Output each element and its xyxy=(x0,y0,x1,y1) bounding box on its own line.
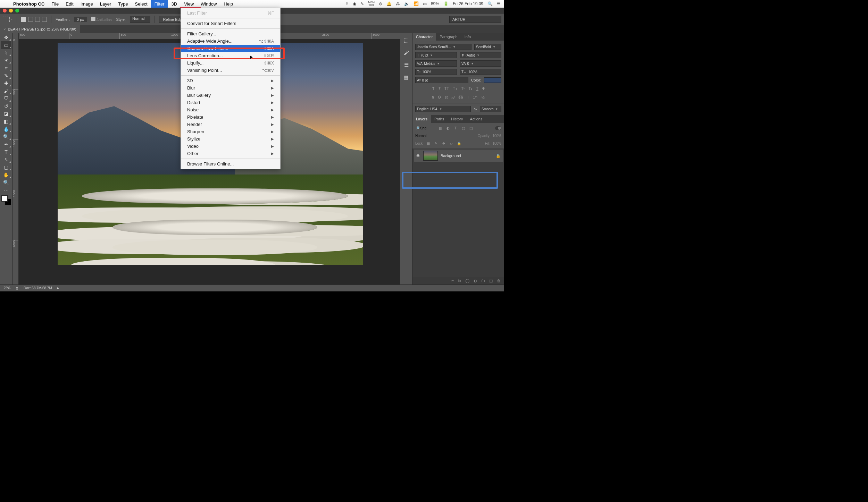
app-name[interactable]: Photoshop CC xyxy=(10,1,48,7)
submenu-3d[interactable]: 3D▶ xyxy=(181,77,280,84)
move-tool[interactable]: ✥ xyxy=(1,34,11,41)
battery-percent[interactable]: 89% xyxy=(431,1,439,6)
zoom-tool[interactable]: 🔍 xyxy=(1,179,11,186)
close-window-icon[interactable] xyxy=(3,9,7,12)
submenu-blur[interactable]: Blur▶ xyxy=(181,84,280,92)
underline-icon[interactable]: T xyxy=(476,86,478,91)
baseline-field[interactable]: Aª 0 pt xyxy=(415,77,468,83)
submenu-pixelate[interactable]: Pixelate▶ xyxy=(181,113,280,121)
tab-layers[interactable]: Layers xyxy=(412,115,431,123)
style-select[interactable]: Normal xyxy=(130,16,150,23)
stamp-tool[interactable]: ⛉ xyxy=(1,95,11,102)
gradient-tool[interactable]: ◧ xyxy=(1,118,11,125)
menu-edit[interactable]: Edit xyxy=(62,0,77,8)
selection-add-icon[interactable] xyxy=(28,17,33,22)
filter-smart-icon[interactable]: ◫ xyxy=(468,126,474,130)
filter-pixel-icon[interactable]: ▦ xyxy=(437,126,443,130)
superscript-icon[interactable]: T¹ xyxy=(461,86,465,91)
smallcaps-icon[interactable]: Tᴛ xyxy=(453,86,457,91)
cc-icon[interactable]: ◉ xyxy=(353,1,356,6)
kerning-field[interactable]: V/A Metrics xyxy=(415,60,457,67)
share-icon[interactable]: ⇪ xyxy=(15,286,19,291)
font-weight-select[interactable]: SemiBold xyxy=(474,44,501,50)
lock-position-icon[interactable]: ✥ xyxy=(441,141,446,146)
marquee-tool[interactable]: ▭ xyxy=(1,41,11,49)
menu-liquify[interactable]: Liquify...⇧⌘X xyxy=(181,59,280,67)
battery-icon[interactable]: 🔋 xyxy=(443,1,449,6)
menu-select[interactable]: Select xyxy=(131,0,151,8)
lock-artboard-icon[interactable]: ▱ xyxy=(449,141,454,146)
current-tool-icon[interactable] xyxy=(3,17,10,22)
layer-style-icon[interactable]: fx xyxy=(458,279,461,283)
submenu-distort[interactable]: Distort▶ xyxy=(181,99,280,106)
ordinals-icon[interactable]: 1ˢᵗ xyxy=(473,95,477,100)
selection-subtract-icon[interactable] xyxy=(35,17,40,22)
spotlight-icon[interactable]: 🔍 xyxy=(487,1,493,6)
menu-extras-icon[interactable]: ☰ xyxy=(497,1,501,6)
menu-vanishing-point[interactable]: Vanishing Point...⌥⌘V xyxy=(181,67,280,74)
allcaps-icon[interactable]: TT xyxy=(444,86,449,91)
swash-icon[interactable]: 𝒜 xyxy=(451,95,454,100)
eyedropper-tool[interactable]: ✎ xyxy=(1,72,11,79)
pen-tool[interactable]: ✒ xyxy=(1,141,11,148)
menu-help[interactable]: Help xyxy=(220,0,236,8)
lock-all-icon[interactable]: 🔒 xyxy=(456,141,462,146)
properties-panel-icon[interactable]: ▦ xyxy=(404,74,409,80)
wifi-icon[interactable]: 📶 xyxy=(414,1,419,6)
tab-paragraph[interactable]: Paragraph xyxy=(436,33,461,41)
evernote-icon[interactable]: ✎ xyxy=(360,1,364,6)
menu-browse-filters[interactable]: Browse Filters Online... xyxy=(181,160,280,168)
filter-type-icon[interactable]: T xyxy=(453,126,458,130)
menu-filter-gallery[interactable]: Filter Gallery... xyxy=(181,30,280,37)
bold-icon[interactable]: T xyxy=(432,86,434,91)
fractions-icon[interactable]: ½ xyxy=(481,95,484,100)
doc-size[interactable]: Doc: 68.7M/68.7M xyxy=(24,286,52,290)
memory-indicator[interactable]: MEM90% xyxy=(368,1,375,7)
healing-tool[interactable]: ✚ xyxy=(1,79,11,87)
ligatures-icon[interactable]: fi xyxy=(432,95,434,100)
layer-filter-kind[interactable]: 🔎Kind xyxy=(415,126,435,130)
menu-filter[interactable]: Filter xyxy=(151,0,168,8)
tab-info[interactable]: Info xyxy=(461,33,474,41)
clock[interactable]: Fri 26 Feb 19:09 xyxy=(453,1,483,6)
mute-icon[interactable]: ⊘ xyxy=(379,1,382,6)
adjustments-panel-icon[interactable]: ☰ xyxy=(404,62,409,68)
maximize-window-icon[interactable] xyxy=(15,9,19,12)
layer-row-background[interactable]: 👁 Background 🔒 xyxy=(414,150,503,162)
dodge-tool[interactable]: 🔍 xyxy=(1,133,11,141)
menu-camera-raw-filter[interactable]: Camera Raw Filter...⇧⌘A xyxy=(181,45,280,52)
menu-adaptive-wide-angle[interactable]: Adaptive Wide Angle...⌥⇧⌘A xyxy=(181,37,280,45)
blend-mode-select[interactable]: Normal xyxy=(415,134,476,138)
language-select[interactable]: English: USA xyxy=(415,106,471,112)
lock-pixels-icon[interactable]: ▦ xyxy=(426,141,431,146)
eraser-tool[interactable]: ◪ xyxy=(1,110,11,118)
path-select-tool[interactable]: ↖ xyxy=(1,156,11,163)
feather-value[interactable]: 0 px xyxy=(74,17,87,22)
menu-image[interactable]: Image xyxy=(77,0,97,8)
stylistic-icon[interactable]: a͞a xyxy=(458,95,463,100)
leading-field[interactable]: ⬍ (Auto) xyxy=(460,52,501,58)
link-layers-icon[interactable]: ⚯ xyxy=(451,279,454,283)
antialias-select[interactable]: Smooth xyxy=(480,106,501,112)
workspace-select[interactable]: ARTUR xyxy=(449,16,501,23)
layer-visibility-icon[interactable]: 👁 xyxy=(416,153,420,159)
blur-tool[interactable]: 💧 xyxy=(1,125,11,133)
ruler-vertical[interactable]: 05001000150020002500300035004000 xyxy=(12,39,19,284)
document-tab[interactable]: × BEART PRESETS.jpg @ 25% (RGB/8#) xyxy=(0,25,80,33)
ruler-origin[interactable] xyxy=(12,33,19,39)
tab-paths[interactable]: Paths xyxy=(431,115,448,123)
tab-character[interactable]: Character xyxy=(412,33,436,41)
volume-icon[interactable]: 🔈 xyxy=(404,1,409,6)
titling-icon[interactable]: T xyxy=(467,95,469,100)
menu-window[interactable]: Window xyxy=(197,0,220,8)
vscale-field[interactable]: T↕ 100% xyxy=(415,69,457,75)
menu-lens-correction[interactable]: Lens Correction...⇧⌘R xyxy=(181,52,280,59)
display-icon[interactable]: ▭ xyxy=(423,1,427,6)
layer-thumbnail[interactable] xyxy=(423,151,438,161)
rectangle-tool[interactable]: ▢ xyxy=(1,163,11,171)
hscale-field[interactable]: T↔ 100% xyxy=(460,69,501,75)
brush-tool[interactable]: 🖌 xyxy=(1,87,11,95)
font-size-field[interactable]: T 70 pt xyxy=(415,52,457,58)
notifications-icon[interactable]: 🔔 xyxy=(386,1,392,6)
tab-actions[interactable]: Actions xyxy=(466,115,486,123)
